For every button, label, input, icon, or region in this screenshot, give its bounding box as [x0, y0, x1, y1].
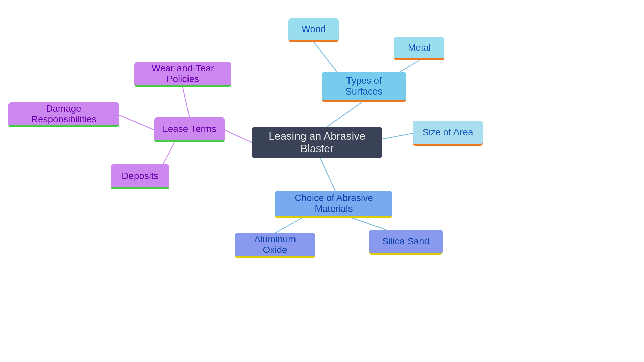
choice-abrasive-materials-node: Choice of Abrasive Materials	[275, 191, 392, 218]
svg-line-2	[119, 115, 154, 130]
metal-node: Metal	[394, 37, 444, 60]
aluminum-oxide-node: Aluminum Oxide	[235, 233, 315, 258]
wear-tear-node: Wear-and-Tear Policies	[134, 62, 231, 87]
types-of-surfaces-node: Types of Surfaces	[322, 72, 406, 102]
svg-line-10	[352, 218, 386, 230]
lease-terms-node: Lease Terms	[154, 117, 225, 142]
svg-line-7	[382, 133, 413, 139]
svg-line-5	[314, 42, 337, 72]
svg-line-0	[225, 130, 252, 142]
connections-svg	[0, 0, 644, 362]
svg-line-9	[275, 218, 302, 233]
central-node: Leasing an Abrasive Blaster	[252, 127, 382, 158]
damage-responsibilities-node: Damage Responsibilities	[8, 102, 119, 127]
wood-node: Wood	[288, 18, 339, 42]
silica-sand-node: Silica Sand	[369, 230, 443, 255]
size-of-area-node: Size of Area	[413, 121, 483, 146]
svg-line-1	[183, 87, 190, 117]
deposits-node: Deposits	[111, 164, 169, 189]
